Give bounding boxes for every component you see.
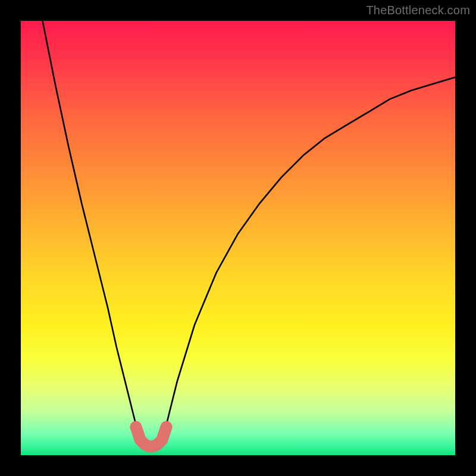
valley-highlight [136,427,166,447]
watermark-text: TheBottleneck.com [366,4,470,17]
curve-line [43,21,456,446]
chart-frame: TheBottleneck.com [0,0,476,476]
chart-svg [21,21,455,455]
